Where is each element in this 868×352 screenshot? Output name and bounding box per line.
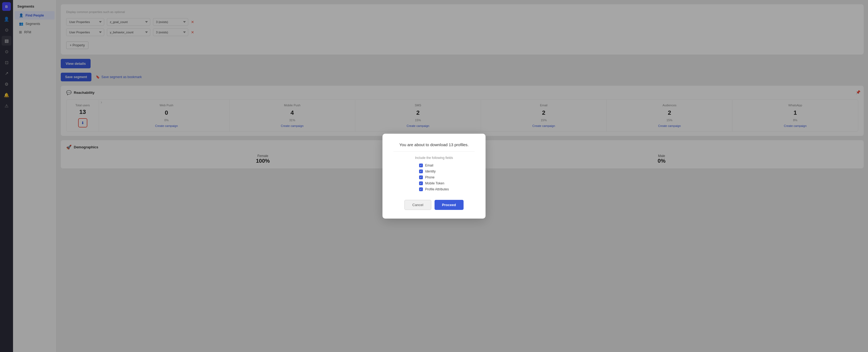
email-field-label: Email <box>425 163 433 167</box>
download-modal: You are about to download 13 profiles. I… <box>382 134 486 219</box>
modal-field-mobile-token: ✓ Mobile Token <box>419 182 444 185</box>
modal-field-email: ✓ Email <box>419 163 433 167</box>
modal-field-profile-attributes: ✓ Profile Attributes <box>419 187 448 191</box>
phone-checkbox[interactable]: ✓ <box>419 175 423 179</box>
modal-overlay: You are about to download 13 profiles. I… <box>0 0 868 352</box>
mobile-token-field-label: Mobile Token <box>425 182 444 185</box>
profile-attributes-field-label: Profile Attributes <box>425 187 448 191</box>
mobile-token-checkbox[interactable]: ✓ <box>419 182 423 185</box>
cancel-button[interactable]: Cancel <box>404 200 431 210</box>
profile-attributes-checkbox[interactable]: ✓ <box>419 187 423 191</box>
modal-subtitle: Include the following fields <box>393 156 475 160</box>
modal-field-identity: ✓ Identity <box>419 169 436 173</box>
proceed-button[interactable]: Proceed <box>435 200 464 210</box>
modal-fields-list: ✓ Email ✓ Identity ✓ Phone ✓ Mobile Toke… <box>419 163 448 191</box>
identity-checkbox[interactable]: ✓ <box>419 169 423 173</box>
modal-title: You are about to download 13 profiles. <box>393 142 475 152</box>
identity-field-label: Identity <box>425 169 436 173</box>
modal-buttons: Cancel Proceed <box>393 200 475 210</box>
email-checkbox[interactable]: ✓ <box>419 163 423 167</box>
modal-field-phone: ✓ Phone <box>419 175 435 179</box>
phone-field-label: Phone <box>425 175 435 179</box>
